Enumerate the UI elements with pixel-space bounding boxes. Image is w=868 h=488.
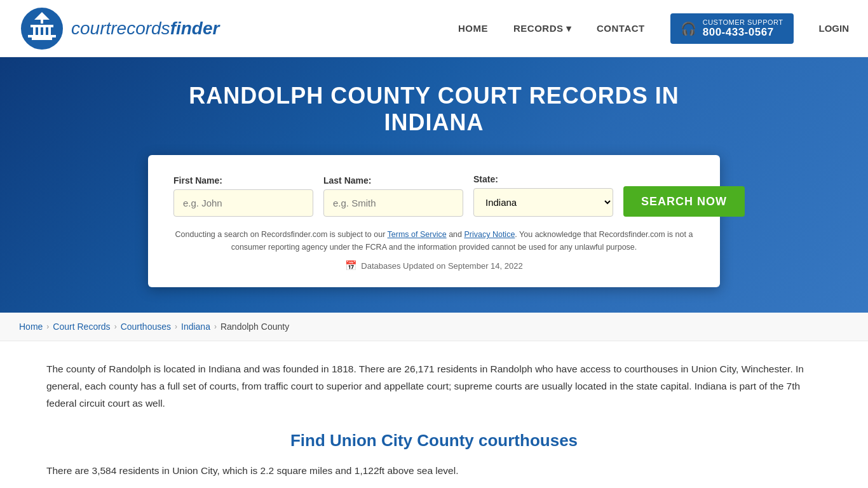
hero-section: RANDOLPH COUNTY COURT RECORDS IN INDIANA… — [0, 57, 868, 313]
breadcrumb-sep-2: › — [114, 322, 117, 331]
breadcrumb-court-records[interactable]: Court Records — [53, 322, 110, 332]
svg-rect-8 — [48, 27, 51, 35]
svg-rect-7 — [43, 27, 46, 35]
breadcrumb-sep-1: › — [46, 322, 49, 331]
state-group: State: Indiana Alabama Alaska Arizona Ca… — [473, 174, 613, 217]
site-header: courtrecordsfinder HOME RECORDS ▾ CONTAC… — [0, 0, 868, 57]
svg-rect-6 — [38, 27, 41, 35]
logo-text: courtrecordsfinder — [71, 18, 219, 39]
svg-rect-3 — [41, 20, 43, 24]
svg-rect-5 — [33, 27, 36, 35]
logo-link[interactable]: courtrecordsfinder — [19, 6, 219, 51]
headset-icon: 🎧 — [681, 21, 696, 36]
search-button[interactable]: SEARCH NOW — [623, 186, 745, 217]
breadcrumb-sep-4: › — [214, 322, 217, 331]
db-updated: 📅 Databases Updated on September 14, 202… — [173, 260, 695, 271]
svg-rect-1 — [32, 37, 52, 40]
nav-contact[interactable]: CONTACT — [597, 23, 645, 34]
breadcrumb-sep-3: › — [175, 322, 177, 331]
last-name-input[interactable] — [323, 189, 463, 217]
main-content: The county of Randolph is located in Ind… — [21, 341, 847, 488]
nav-records[interactable]: RECORDS ▾ — [513, 23, 571, 34]
svg-rect-9 — [31, 25, 53, 27]
state-select[interactable]: Indiana Alabama Alaska Arizona Californi… — [473, 188, 613, 217]
tos-link[interactable]: Terms of Service — [388, 230, 447, 239]
section-title: Find Union City County courthouses — [46, 431, 822, 451]
last-name-label: Last Name: — [323, 175, 463, 186]
support-number: 800-433-0567 — [703, 26, 783, 39]
svg-rect-2 — [28, 35, 56, 37]
logo-icon — [19, 6, 65, 51]
calendar-icon: 📅 — [345, 260, 357, 271]
first-name-input[interactable] — [173, 189, 313, 217]
page-title: RANDOLPH COUNTY COURT RECORDS IN INDIANA — [148, 83, 720, 136]
nav-home[interactable]: HOME — [458, 23, 488, 34]
first-name-label: First Name: — [173, 175, 313, 186]
last-name-group: Last Name: — [323, 175, 463, 217]
privacy-link[interactable]: Privacy Notice — [464, 230, 515, 239]
search-fields: First Name: Last Name: State: Indiana Al… — [173, 174, 695, 217]
breadcrumb-courthouses[interactable]: Courthouses — [121, 322, 171, 332]
first-name-group: First Name: — [173, 175, 313, 217]
breadcrumb: Home › Court Records › Courthouses › Ind… — [0, 313, 868, 341]
breadcrumb-current: Randolph County — [220, 322, 289, 332]
state-label: State: — [473, 174, 613, 184]
disclaimer-text: Conducting a search on Recordsfinder.com… — [173, 228, 695, 254]
nav-login[interactable]: LOGIN — [819, 23, 850, 34]
intro-paragraph: The county of Randolph is located in Ind… — [46, 360, 822, 412]
hero-content: RANDOLPH COUNTY COURT RECORDS IN INDIANA… — [148, 83, 720, 287]
support-box[interactable]: 🎧 CUSTOMER SUPPORT 800-433-0567 — [670, 13, 794, 44]
chevron-down-icon: ▾ — [566, 23, 572, 34]
breadcrumb-indiana[interactable]: Indiana — [181, 322, 210, 332]
breadcrumb-home[interactable]: Home — [19, 322, 43, 332]
search-card: First Name: Last Name: State: Indiana Al… — [148, 155, 720, 287]
sub-paragraph: There are 3,584 residents in Union City,… — [46, 462, 822, 479]
main-nav: HOME RECORDS ▾ CONTACT 🎧 CUSTOMER SUPPOR… — [458, 13, 849, 44]
support-label: CUSTOMER SUPPORT — [703, 18, 783, 26]
